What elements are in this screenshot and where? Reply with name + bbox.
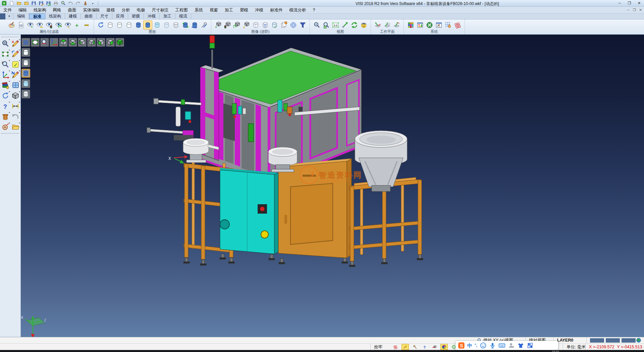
solid-view-icon[interactable] [11, 91, 20, 100]
menu-flow-analysis[interactable]: 模流分析 [286, 7, 310, 13]
axis-orientation-icon[interactable] [50, 38, 58, 47]
hidden-line-view-icon[interactable] [115, 20, 124, 30]
add-image-view-icon[interactable]: + [214, 20, 223, 30]
view-bottom-icon[interactable] [68, 38, 77, 47]
viewport-menu-icon[interactable] [21, 38, 30, 47]
menu-mesh[interactable]: 网格 [50, 7, 65, 13]
workplane-align-icon[interactable] [383, 20, 392, 30]
tab-dimension[interactable]: 尺寸 [97, 13, 112, 19]
visibility-filter-icon[interactable] [45, 20, 54, 30]
translucent-view-icon[interactable] [153, 20, 162, 30]
menu-solid-edit[interactable]: 实体编辑 [80, 7, 103, 13]
layer-window-icon[interactable] [416, 20, 425, 30]
image-toggle-icon[interactable]: ± [242, 20, 251, 30]
window-tools-icon[interactable] [434, 20, 443, 30]
rotate-solid-icon[interactable] [190, 20, 199, 30]
shaded-mode-icon[interactable] [21, 69, 30, 78]
hide-entities-icon[interactable] [35, 20, 44, 30]
zoom-scale-icon[interactable]: ± [1, 60, 10, 69]
refresh-image-icon[interactable] [232, 20, 241, 30]
refresh-visibility-icon[interactable] [54, 20, 63, 30]
menu-mould[interactable]: 塑模 [236, 7, 252, 13]
ime-skin-icon[interactable] [517, 342, 524, 349]
show-entities-icon[interactable]: + [26, 20, 35, 30]
hide-all-icon[interactable] [82, 20, 91, 30]
grid-panes-icon[interactable] [11, 81, 20, 90]
tab-machining[interactable]: 加工 [160, 13, 175, 19]
view-back-icon[interactable] [106, 38, 115, 47]
copy-attributes-icon[interactable] [16, 20, 25, 30]
menu-drawing[interactable]: 工程图 [172, 7, 192, 13]
wireframe-mode-icon[interactable] [21, 48, 30, 57]
image-filter-icon[interactable] [223, 20, 232, 30]
menu-help[interactable]: ? [310, 7, 319, 13]
undo-icon[interactable] [67, 0, 74, 6]
open-recent-icon[interactable] [23, 0, 30, 6]
menu-edit[interactable]: 编辑 [15, 7, 30, 13]
menu-window[interactable]: 视窗 [206, 7, 221, 13]
show-hide-toggle-icon[interactable]: ± [63, 20, 72, 30]
tool-axe-icon[interactable] [411, 344, 419, 350]
tab-application[interactable]: 应用 [112, 13, 128, 19]
status-block-fields[interactable] [586, 337, 637, 343]
save-all-icon[interactable] [45, 0, 52, 6]
ime-chinese-mode[interactable]: 中 [467, 342, 472, 349]
save-icon[interactable] [31, 0, 37, 6]
view-top-icon[interactable] [59, 38, 68, 47]
menu-machining[interactable]: 加工 [221, 7, 236, 13]
tab-wireframe[interactable]: 线架构 [45, 13, 65, 19]
dashed-view-icon[interactable] [124, 20, 133, 30]
pan-view-icon[interactable] [340, 20, 350, 30]
machine-model[interactable] [147, 35, 423, 267]
workplane-rotate-icon[interactable] [392, 20, 401, 30]
ime-emoji-icon[interactable] [480, 342, 487, 349]
view-left-icon[interactable] [78, 38, 87, 47]
ime-punctuation[interactable]: °, [475, 342, 477, 349]
shaded-edges-mode-icon[interactable] [21, 79, 30, 88]
help-query-icon[interactable]: ? [1, 102, 10, 111]
lock-label[interactable]: 拴牢 [370, 344, 382, 350]
tab-mould[interactable]: 塑膜 [128, 13, 144, 19]
sketch-curve-icon[interactable] [11, 50, 20, 58]
menu-dimension[interactable]: 尺寸标注 [149, 7, 172, 13]
undo-dock-icon[interactable] [11, 112, 20, 121]
regenerate-solids-icon[interactable] [181, 20, 190, 30]
query-icon[interactable]: ? [421, 344, 428, 350]
mdi-restore-button[interactable]: ❐ [633, 7, 636, 13]
translucent-mode-icon[interactable] [21, 90, 30, 98]
print-icon[interactable] [53, 0, 59, 6]
zoom-1-1-icon[interactable]: 1:1 [331, 20, 340, 30]
menu-modeling[interactable]: 建模 [103, 7, 118, 13]
mdi-close-button[interactable]: ✕ [639, 7, 642, 13]
hidden-line-mode-icon[interactable] [21, 58, 30, 67]
magic-wand-icon[interactable] [401, 344, 409, 350]
zoom-in-icon[interactable]: + [312, 20, 321, 30]
freehand-curve-icon[interactable] [11, 71, 20, 79]
menu-surface[interactable]: 曲面 [65, 7, 80, 13]
menu-electrode[interactable]: 电极 [133, 7, 149, 13]
erase-entity-icon[interactable]: × [11, 39, 20, 48]
tab-edit[interactable]: 编辑 [13, 13, 29, 19]
status-field-block[interactable] [606, 338, 620, 343]
globe-area[interactable] [636, 337, 641, 343]
export-box-icon[interactable] [431, 344, 438, 350]
dynamic-zoom-icon[interactable] [1, 39, 10, 48]
verified-cylinder-icon[interactable]: ✓ [270, 20, 279, 30]
open-document-icon[interactable] [11, 123, 20, 131]
menu-analysis[interactable]: 分析 [118, 7, 133, 13]
delete-icon[interactable] [1, 112, 10, 121]
ime-mic-icon[interactable] [489, 342, 496, 349]
shaded-view-icon[interactable] [134, 20, 143, 30]
measure-distance-icon[interactable] [11, 102, 20, 111]
menu-standard-parts[interactable]: 标准件 [267, 7, 286, 13]
tab-progress[interactable]: 冲模 [144, 13, 160, 19]
show-all-icon[interactable]: + [73, 20, 82, 30]
refresh-graphics-icon[interactable] [96, 20, 105, 30]
tab-standard[interactable]: 标准 [29, 13, 45, 19]
view-right-icon[interactable] [87, 38, 96, 47]
graphics-settings-icon[interactable] [200, 20, 209, 30]
menu-system[interactable]: 系统 [191, 7, 206, 13]
reference-grid-icon[interactable] [453, 20, 462, 30]
3d-viewport[interactable]: 智造资料网 X X Z [21, 35, 644, 337]
attributes-palette-icon[interactable] [7, 20, 16, 30]
